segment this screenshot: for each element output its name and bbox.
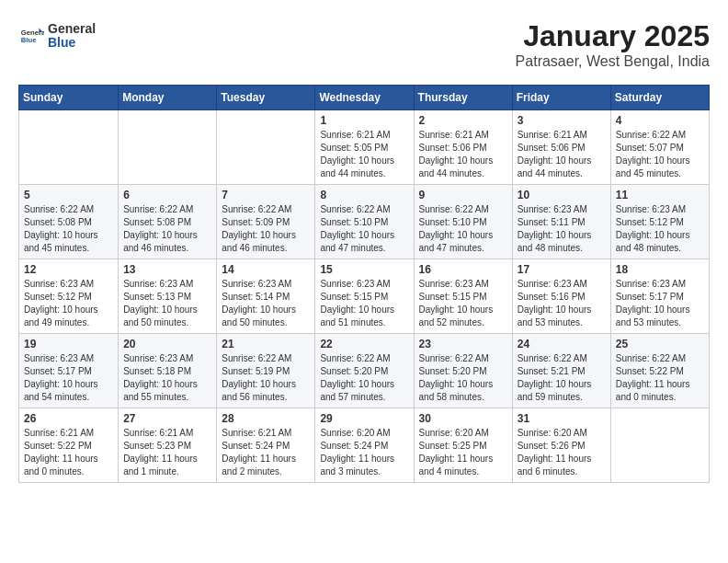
day-number: 13 bbox=[123, 263, 211, 276]
day-info: Sunrise: 6:22 AM Sunset: 5:20 PM Dayligh… bbox=[419, 352, 507, 404]
day-header-wednesday: Wednesday bbox=[315, 86, 414, 110]
day-number: 8 bbox=[320, 189, 408, 201]
calendar-cell: 18Sunrise: 6:23 AM Sunset: 5:17 PM Dayli… bbox=[610, 259, 709, 334]
calendar-title: January 2025 bbox=[18, 18, 710, 53]
day-number: 25 bbox=[616, 338, 704, 350]
calendar-cell: 6Sunrise: 6:22 AM Sunset: 5:08 PM Daylig… bbox=[119, 185, 217, 259]
calendar-cell: 20Sunrise: 6:23 AM Sunset: 5:18 PM Dayli… bbox=[119, 334, 217, 408]
day-info: Sunrise: 6:22 AM Sunset: 5:10 PM Dayligh… bbox=[320, 203, 408, 255]
calendar-cell: 13Sunrise: 6:23 AM Sunset: 5:13 PM Dayli… bbox=[119, 259, 217, 334]
day-info: Sunrise: 6:20 AM Sunset: 5:26 PM Dayligh… bbox=[518, 427, 606, 478]
day-info: Sunrise: 6:23 AM Sunset: 5:16 PM Dayligh… bbox=[518, 278, 606, 329]
day-number: 19 bbox=[24, 338, 113, 350]
calendar-cell: 2Sunrise: 6:21 AM Sunset: 5:06 PM Daylig… bbox=[414, 110, 512, 185]
day-info: Sunrise: 6:21 AM Sunset: 5:06 PM Dayligh… bbox=[419, 129, 507, 180]
day-info: Sunrise: 6:21 AM Sunset: 5:05 PM Dayligh… bbox=[320, 129, 408, 180]
day-number: 30 bbox=[419, 412, 507, 425]
day-number: 17 bbox=[518, 263, 606, 276]
week-row-1: 1Sunrise: 6:21 AM Sunset: 5:05 PM Daylig… bbox=[19, 110, 710, 185]
day-number: 5 bbox=[24, 189, 113, 201]
day-info: Sunrise: 6:21 AM Sunset: 5:22 PM Dayligh… bbox=[24, 427, 113, 478]
week-row-5: 26Sunrise: 6:21 AM Sunset: 5:22 PM Dayli… bbox=[19, 408, 710, 483]
day-number: 29 bbox=[320, 412, 408, 425]
calendar-cell bbox=[119, 110, 217, 185]
calendar-cell: 3Sunrise: 6:21 AM Sunset: 5:06 PM Daylig… bbox=[512, 110, 610, 185]
day-number: 4 bbox=[616, 114, 704, 127]
calendar-cell: 15Sunrise: 6:23 AM Sunset: 5:15 PM Dayli… bbox=[315, 259, 414, 334]
calendar-cell: 23Sunrise: 6:22 AM Sunset: 5:20 PM Dayli… bbox=[414, 334, 512, 408]
day-number: 6 bbox=[123, 189, 211, 201]
day-number: 20 bbox=[123, 338, 211, 350]
day-info: Sunrise: 6:22 AM Sunset: 5:21 PM Dayligh… bbox=[518, 352, 606, 404]
logo-text: General Blue bbox=[48, 22, 96, 51]
day-info: Sunrise: 6:20 AM Sunset: 5:24 PM Dayligh… bbox=[320, 427, 408, 478]
title-block: January 2025 Patrasaer, West Bengal, Ind… bbox=[18, 18, 710, 70]
calendar-cell: 26Sunrise: 6:21 AM Sunset: 5:22 PM Dayli… bbox=[19, 408, 119, 483]
calendar-cell bbox=[610, 408, 709, 483]
day-info: Sunrise: 6:21 AM Sunset: 5:23 PM Dayligh… bbox=[123, 427, 211, 478]
calendar-cell: 8Sunrise: 6:22 AM Sunset: 5:10 PM Daylig… bbox=[315, 185, 414, 259]
day-header-thursday: Thursday bbox=[414, 86, 512, 110]
calendar-cell: 14Sunrise: 6:23 AM Sunset: 5:14 PM Dayli… bbox=[217, 259, 315, 334]
calendar-cell: 22Sunrise: 6:22 AM Sunset: 5:20 PM Dayli… bbox=[315, 334, 414, 408]
day-header-monday: Monday bbox=[119, 86, 217, 110]
day-header-friday: Friday bbox=[512, 86, 610, 110]
day-info: Sunrise: 6:23 AM Sunset: 5:13 PM Dayligh… bbox=[123, 278, 211, 329]
day-info: Sunrise: 6:23 AM Sunset: 5:15 PM Dayligh… bbox=[419, 278, 507, 329]
calendar-cell: 30Sunrise: 6:20 AM Sunset: 5:25 PM Dayli… bbox=[414, 408, 512, 483]
day-info: Sunrise: 6:22 AM Sunset: 5:10 PM Dayligh… bbox=[419, 203, 507, 255]
day-info: Sunrise: 6:20 AM Sunset: 5:25 PM Dayligh… bbox=[419, 427, 507, 478]
day-number: 2 bbox=[419, 114, 507, 127]
calendar-cell: 7Sunrise: 6:22 AM Sunset: 5:09 PM Daylig… bbox=[217, 185, 315, 259]
day-info: Sunrise: 6:23 AM Sunset: 5:15 PM Dayligh… bbox=[320, 278, 408, 329]
day-info: Sunrise: 6:23 AM Sunset: 5:17 PM Dayligh… bbox=[616, 278, 704, 329]
day-info: Sunrise: 6:23 AM Sunset: 5:12 PM Dayligh… bbox=[24, 278, 113, 329]
day-number: 16 bbox=[419, 263, 507, 276]
calendar-cell: 27Sunrise: 6:21 AM Sunset: 5:23 PM Dayli… bbox=[119, 408, 217, 483]
svg-text:General: General bbox=[21, 29, 44, 37]
calendar-cell: 17Sunrise: 6:23 AM Sunset: 5:16 PM Dayli… bbox=[512, 259, 610, 334]
day-info: Sunrise: 6:23 AM Sunset: 5:11 PM Dayligh… bbox=[518, 203, 606, 255]
calendar-table: SundayMondayTuesdayWednesdayThursdayFrid… bbox=[18, 85, 710, 483]
calendar-cell: 4Sunrise: 6:22 AM Sunset: 5:07 PM Daylig… bbox=[610, 110, 709, 185]
day-info: Sunrise: 6:22 AM Sunset: 5:22 PM Dayligh… bbox=[616, 352, 704, 404]
logo-general-text: General bbox=[48, 22, 96, 36]
day-info: Sunrise: 6:21 AM Sunset: 5:24 PM Dayligh… bbox=[222, 427, 310, 478]
page-header: General Blue General Blue January 2025 P… bbox=[18, 18, 710, 77]
calendar-cell: 28Sunrise: 6:21 AM Sunset: 5:24 PM Dayli… bbox=[217, 408, 315, 483]
calendar-cell: 21Sunrise: 6:22 AM Sunset: 5:19 PM Dayli… bbox=[217, 334, 315, 408]
day-header-saturday: Saturday bbox=[610, 86, 709, 110]
day-number: 3 bbox=[518, 114, 606, 127]
day-number: 24 bbox=[518, 338, 606, 350]
day-info: Sunrise: 6:23 AM Sunset: 5:17 PM Dayligh… bbox=[24, 352, 113, 404]
logo-blue-text: Blue bbox=[48, 36, 96, 50]
calendar-cell: 19Sunrise: 6:23 AM Sunset: 5:17 PM Dayli… bbox=[19, 334, 119, 408]
calendar-cell: 29Sunrise: 6:20 AM Sunset: 5:24 PM Dayli… bbox=[315, 408, 414, 483]
day-header-sunday: Sunday bbox=[19, 86, 119, 110]
logo-icon: General Blue bbox=[18, 23, 44, 49]
day-number: 10 bbox=[518, 189, 606, 201]
day-info: Sunrise: 6:22 AM Sunset: 5:09 PM Dayligh… bbox=[222, 203, 310, 255]
day-info: Sunrise: 6:23 AM Sunset: 5:14 PM Dayligh… bbox=[222, 278, 310, 329]
calendar-cell bbox=[217, 110, 315, 185]
day-number: 7 bbox=[222, 189, 310, 201]
day-number: 31 bbox=[518, 412, 606, 425]
calendar-cell: 9Sunrise: 6:22 AM Sunset: 5:10 PM Daylig… bbox=[414, 185, 512, 259]
calendar-cell bbox=[19, 110, 119, 185]
day-number: 14 bbox=[222, 263, 310, 276]
day-number: 28 bbox=[222, 412, 310, 425]
day-number: 11 bbox=[616, 189, 704, 201]
logo: General Blue General Blue bbox=[18, 22, 96, 51]
week-row-2: 5Sunrise: 6:22 AM Sunset: 5:08 PM Daylig… bbox=[19, 185, 710, 259]
header-row: SundayMondayTuesdayWednesdayThursdayFrid… bbox=[19, 86, 710, 110]
day-number: 21 bbox=[222, 338, 310, 350]
day-info: Sunrise: 6:22 AM Sunset: 5:08 PM Dayligh… bbox=[123, 203, 211, 255]
day-info: Sunrise: 6:23 AM Sunset: 5:18 PM Dayligh… bbox=[123, 352, 211, 404]
day-number: 15 bbox=[320, 263, 408, 276]
calendar-cell: 24Sunrise: 6:22 AM Sunset: 5:21 PM Dayli… bbox=[512, 334, 610, 408]
calendar-cell: 25Sunrise: 6:22 AM Sunset: 5:22 PM Dayli… bbox=[610, 334, 709, 408]
calendar-cell: 11Sunrise: 6:23 AM Sunset: 5:12 PM Dayli… bbox=[610, 185, 709, 259]
calendar-cell: 12Sunrise: 6:23 AM Sunset: 5:12 PM Dayli… bbox=[19, 259, 119, 334]
day-number: 27 bbox=[123, 412, 211, 425]
day-number: 18 bbox=[616, 263, 704, 276]
